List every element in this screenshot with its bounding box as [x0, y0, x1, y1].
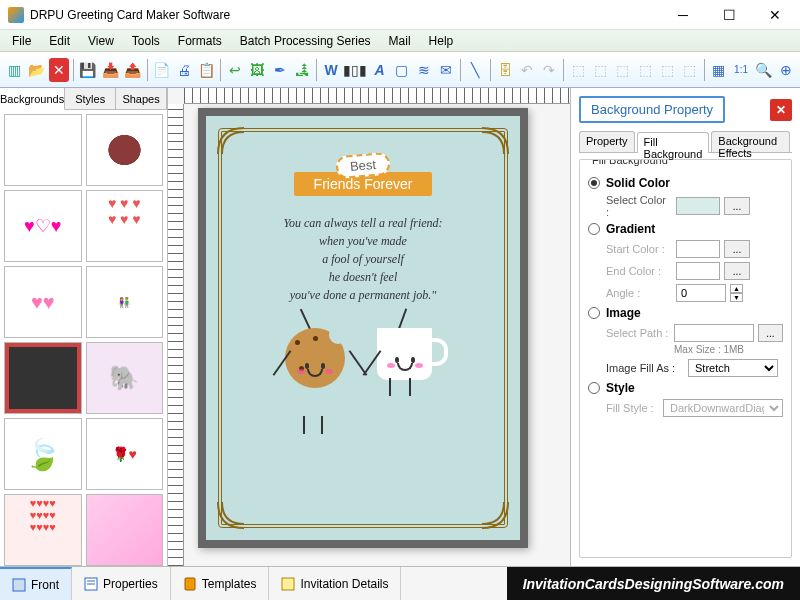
copy-icon[interactable]: 📋	[196, 58, 216, 82]
close-button[interactable]: ✕	[752, 0, 798, 30]
thumb-leaf[interactable]: 🍃	[4, 418, 82, 490]
thumb-couple[interactable]: 👫	[86, 266, 164, 338]
radio-gradient[interactable]: Gradient	[588, 222, 783, 236]
thumb-floral[interactable]	[4, 114, 82, 186]
thumb-paisley[interactable]	[86, 114, 164, 186]
image-fill-select[interactable]: Stretch	[688, 359, 778, 377]
saveas-icon[interactable]: 📥	[100, 58, 120, 82]
menu-view[interactable]: View	[80, 32, 122, 50]
tab-styles[interactable]: Styles	[65, 88, 116, 109]
radio-style[interactable]: Style	[588, 381, 783, 395]
fit-icon[interactable]: 1:1	[731, 58, 751, 82]
document-icon[interactable]: 📄	[151, 58, 171, 82]
delete-icon[interactable]: ✕	[49, 58, 69, 82]
label-select-path: Select Path :	[606, 327, 670, 339]
canvas-area[interactable]: Best Friends Forever You can always tell…	[168, 88, 570, 566]
export-icon[interactable]: 📤	[122, 58, 142, 82]
radio-solid-color[interactable]: Solid Color	[588, 176, 783, 190]
greeting-card[interactable]: Best Friends Forever You can always tell…	[198, 108, 528, 548]
mail-icon[interactable]: ✉	[436, 58, 456, 82]
picture-icon[interactable]: 🏞	[292, 58, 312, 82]
textbox-icon[interactable]: ▢	[392, 58, 412, 82]
panel-close-button[interactable]: ✕	[770, 99, 792, 121]
label-angle: Angle :	[606, 287, 672, 299]
app-icon	[8, 7, 24, 23]
solid-color-picker-button[interactable]: ...	[724, 197, 750, 215]
background-thumbnails: ♥♡♥ ♥ ♥ ♥♥ ♥ ♥ ♥♥ 👫 🐘 🍃 🌹♥ ♥♥♥♥♥♥♥♥♥♥♥♥	[0, 110, 167, 566]
menu-file[interactable]: File	[4, 32, 39, 50]
label-start-color: Start Color :	[606, 243, 672, 255]
btab-front[interactable]: Front	[0, 567, 72, 600]
group-label: Fill Background	[588, 159, 672, 166]
wordart-icon[interactable]: W	[321, 58, 341, 82]
align5-icon[interactable]: ⬚	[657, 58, 677, 82]
new-icon[interactable]: ▥	[4, 58, 24, 82]
solid-color-swatch[interactable]	[676, 197, 720, 215]
minimize-button[interactable]: ─	[660, 0, 706, 30]
label-fill-style: Fill Style :	[606, 402, 659, 414]
tab-shapes[interactable]: Shapes	[116, 88, 167, 109]
align1-icon[interactable]: ⬚	[568, 58, 588, 82]
label-end-color: End Color :	[606, 265, 672, 277]
undo2-icon[interactable]: ↶	[517, 58, 537, 82]
line-icon[interactable]: ╲	[465, 58, 485, 82]
ruler-vertical	[168, 104, 184, 566]
tab-backgrounds[interactable]: Backgrounds	[0, 88, 65, 110]
svg-rect-0	[13, 579, 25, 591]
start-color-swatch	[676, 240, 720, 258]
barcode-icon[interactable]: ▮▯▮	[343, 58, 367, 82]
path-browse-button: ...	[758, 324, 783, 342]
thumb-roses[interactable]: 🌹♥	[86, 418, 164, 490]
path-input	[674, 324, 754, 342]
image-icon[interactable]: 🖼	[247, 58, 267, 82]
right-panel: Background Property ✕ Property Fill Back…	[570, 88, 800, 566]
zoomin-icon[interactable]: ⊕	[775, 58, 795, 82]
open-icon[interactable]: 📂	[26, 58, 46, 82]
label-select-color: Select Color :	[606, 194, 672, 218]
align2-icon[interactable]: ⬚	[590, 58, 610, 82]
tab-fill-background[interactable]: Fill Background	[637, 132, 710, 153]
btab-templates[interactable]: Templates	[171, 567, 270, 600]
cup-character	[377, 328, 432, 380]
maximize-button[interactable]: ☐	[706, 0, 752, 30]
menu-formats[interactable]: Formats	[170, 32, 230, 50]
pen-icon[interactable]: ✒	[270, 58, 290, 82]
tab-background-effects[interactable]: Background Effects	[711, 131, 790, 152]
thumb-hearts3[interactable]: ♥♥	[4, 266, 82, 338]
thumb-hearts4[interactable]: ♥♥♥♥♥♥♥♥♥♥♥♥	[4, 494, 82, 566]
btab-properties[interactable]: Properties	[72, 567, 171, 600]
btab-invitation-details[interactable]: Invitation Details	[269, 567, 401, 600]
zoom-icon[interactable]: 🔍	[753, 58, 773, 82]
menu-help[interactable]: Help	[421, 32, 462, 50]
align3-icon[interactable]: ⬚	[613, 58, 633, 82]
card-banner-text: Friends Forever	[314, 176, 413, 192]
thumb-pattern1[interactable]	[4, 342, 82, 414]
thumb-elephant[interactable]: 🐘	[86, 342, 164, 414]
max-size-note: Max Size : 1MB	[674, 344, 783, 355]
menu-batch[interactable]: Batch Processing Series	[232, 32, 379, 50]
database-icon[interactable]: 🗄	[494, 58, 514, 82]
scroll-icon[interactable]: ≋	[414, 58, 434, 82]
thumb-pink[interactable]	[86, 494, 164, 566]
card-quote[interactable]: You can always tell a real friend: when …	[283, 214, 442, 304]
thumb-hearts1[interactable]: ♥♡♥	[4, 190, 82, 262]
grid-icon[interactable]: ▦	[709, 58, 729, 82]
thumb-hearts2[interactable]: ♥ ♥ ♥♥ ♥ ♥	[86, 190, 164, 262]
redo-icon[interactable]: ↷	[539, 58, 559, 82]
toolbar: ▥ 📂 ✕ 💾 📥 📤 📄 🖨 📋 ↩ 🖼 ✒ 🏞 W ▮▯▮ A ▢ ≋ ✉ …	[0, 52, 800, 88]
watermark: InvitationCardsDesigningSoftware.com	[507, 567, 800, 600]
tab-property[interactable]: Property	[579, 131, 635, 152]
text-icon[interactable]: A	[369, 58, 389, 82]
card-characters[interactable]	[285, 328, 441, 418]
menu-tools[interactable]: Tools	[124, 32, 168, 50]
radio-image[interactable]: Image	[588, 306, 783, 320]
save-icon[interactable]: 💾	[78, 58, 98, 82]
menu-edit[interactable]: Edit	[41, 32, 78, 50]
card-banner[interactable]: Best Friends Forever	[294, 172, 433, 196]
align4-icon[interactable]: ⬚	[635, 58, 655, 82]
align6-icon[interactable]: ⬚	[680, 58, 700, 82]
undo-icon[interactable]: ↩	[225, 58, 245, 82]
panel-title: Background Property	[579, 96, 725, 123]
print-icon[interactable]: 🖨	[174, 58, 194, 82]
menu-mail[interactable]: Mail	[381, 32, 419, 50]
